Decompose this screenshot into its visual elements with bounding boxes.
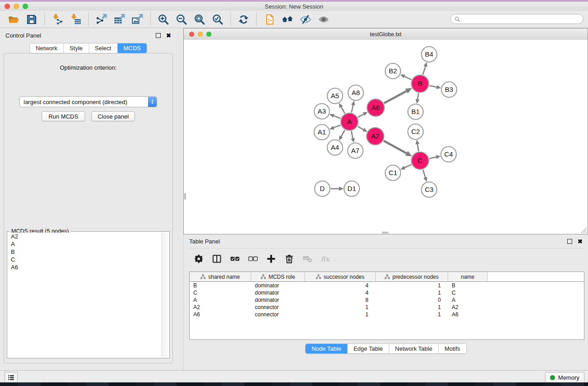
edge-A-A7[interactable] (351, 131, 355, 143)
node-B3[interactable]: B3 (441, 82, 457, 97)
tab-network[interactable]: Network (30, 43, 64, 53)
search-field[interactable] (450, 14, 583, 24)
search-input[interactable] (463, 15, 579, 23)
column-header-name[interactable]: name (448, 272, 488, 281)
node-A6[interactable]: A6 (367, 99, 384, 116)
table-row[interactable]: Cdominator41C (190, 289, 584, 296)
tab-select[interactable]: Select (89, 43, 118, 53)
trash-icon[interactable] (283, 253, 295, 265)
mcds-list-scrollbar[interactable] (161, 233, 168, 357)
gear-icon[interactable] (193, 253, 205, 265)
eye-slash-icon[interactable] (299, 13, 312, 26)
resize-grip-icon[interactable] (581, 228, 587, 233)
import-network-icon[interactable] (51, 13, 64, 26)
edge-D-D1[interactable] (331, 187, 344, 191)
optimization-criterion-dropdown[interactable]: largest connected component (directed) ▲… (19, 96, 157, 107)
table-float-panel-icon[interactable] (567, 239, 572, 244)
column-header-predecessor-nodes[interactable]: predecessor nodes (376, 272, 448, 281)
table-row[interactable]: A6connector11A6 (190, 311, 584, 318)
node-A[interactable]: A (341, 113, 358, 130)
zoom-fit-icon[interactable] (193, 13, 206, 26)
edge-A-A4[interactable] (339, 130, 345, 140)
export-image-icon[interactable] (131, 13, 144, 26)
edge-A2-C[interactable] (383, 141, 412, 156)
edge-A-A2[interactable] (358, 126, 367, 132)
refresh-icon[interactable] (237, 13, 250, 26)
columns-icon[interactable] (211, 253, 223, 265)
node-B1[interactable]: B1 (408, 104, 423, 119)
tab-motifs[interactable]: Motifs (439, 344, 466, 353)
edge-A-A1[interactable] (330, 125, 341, 129)
add-icon[interactable] (265, 253, 277, 265)
edge-A-A6[interactable] (358, 112, 368, 117)
node-A2[interactable]: A2 (367, 128, 384, 145)
close-panel-icon[interactable]: ✖ (166, 33, 171, 38)
edge-C-C2[interactable] (416, 140, 420, 151)
node-C3[interactable]: C3 (421, 182, 437, 197)
mcds-result-item[interactable]: A (8, 240, 168, 248)
memory-button[interactable]: Memory (545, 372, 584, 383)
edge-A6-B[interactable] (384, 88, 412, 103)
node-A5[interactable]: A5 (327, 88, 343, 104)
edge-B-B2[interactable] (400, 75, 411, 80)
export-table-icon[interactable] (113, 13, 126, 26)
edge-B-B4[interactable] (423, 62, 427, 75)
edge-C-C1[interactable] (400, 165, 411, 170)
node-C4[interactable]: C4 (441, 147, 456, 162)
horizontal-scroll-indicator[interactable] (382, 232, 388, 234)
table-row[interactable]: Adominator80A (190, 296, 584, 304)
node-C2[interactable]: C2 (408, 124, 423, 139)
edge-A-A8[interactable] (351, 101, 355, 113)
network-window-titlebar[interactable]: testGlobe.txt (184, 29, 588, 40)
table-row[interactable]: Bdominator41B (190, 282, 584, 289)
table-close-panel-icon[interactable]: ✖ (578, 239, 583, 244)
vertical-scroll-indicator[interactable] (184, 193, 186, 200)
node-A7[interactable]: A7 (348, 143, 363, 158)
node-D1[interactable]: D1 (344, 181, 359, 196)
node-A3[interactable]: A3 (314, 104, 330, 119)
float-panel-icon[interactable] (156, 33, 161, 38)
column-header-MCDS-role[interactable]: MCDS role (251, 272, 305, 281)
mcds-result-item[interactable]: B (8, 248, 168, 256)
edge-C-C4[interactable] (429, 155, 440, 159)
edge-A-A3[interactable] (330, 114, 341, 119)
mcds-result-item[interactable]: A2 (8, 233, 168, 240)
zoom-in-icon[interactable] (157, 13, 170, 26)
tab-mcds[interactable]: MCDS (118, 43, 147, 53)
task-history-button[interactable] (5, 372, 18, 383)
eye-icon[interactable] (317, 13, 330, 26)
tab-node-table[interactable]: Node Table (306, 344, 348, 353)
edge-B-B3[interactable] (430, 85, 441, 89)
unselect-all-icon[interactable] (247, 253, 259, 265)
export-network-icon[interactable] (95, 13, 108, 26)
node-A4[interactable]: A4 (327, 140, 343, 155)
edge-A-A5[interactable] (339, 103, 345, 114)
tab-network-table[interactable]: Network Table (389, 344, 439, 353)
column-header-shared-name[interactable]: shared name (190, 272, 251, 281)
node-C[interactable]: C (411, 152, 429, 169)
network-canvas[interactable]: B4B2BB3A5A8A6B1A3AA1C2A2A4A7C4CC1C3DD1 (184, 40, 588, 234)
zoom-selected-icon[interactable] (211, 13, 225, 26)
tab-style[interactable]: Style (64, 43, 89, 53)
tab-edge-table[interactable]: Edge Table (348, 344, 389, 353)
node-C1[interactable]: C1 (385, 165, 401, 181)
edge-C-C3[interactable] (423, 170, 427, 182)
select-all-icon[interactable] (229, 253, 241, 265)
mcds-result-item[interactable]: A6 (8, 263, 168, 271)
node-D[interactable]: D (315, 181, 330, 196)
node-B[interactable]: B (411, 75, 429, 92)
mcds-result-list[interactable]: A2ABCA6 (8, 233, 168, 357)
document-share-icon[interactable] (263, 13, 276, 26)
run-mcds-button[interactable]: Run MCDS (42, 111, 85, 121)
mcds-result-item[interactable]: C (8, 256, 168, 263)
import-table-icon[interactable] (69, 13, 82, 26)
node-B4[interactable]: B4 (421, 47, 437, 62)
edge-B-B1[interactable] (416, 93, 420, 104)
save-icon[interactable] (25, 13, 38, 26)
node-A1[interactable]: A1 (314, 124, 330, 140)
close-panel-button[interactable]: Close panel (91, 111, 135, 121)
node-B2[interactable]: B2 (385, 63, 401, 79)
column-header-successor-nodes[interactable]: successor nodes (305, 272, 376, 281)
table-row[interactable]: A2connector11A2 (190, 304, 584, 311)
zoom-out-icon[interactable] (175, 13, 188, 26)
